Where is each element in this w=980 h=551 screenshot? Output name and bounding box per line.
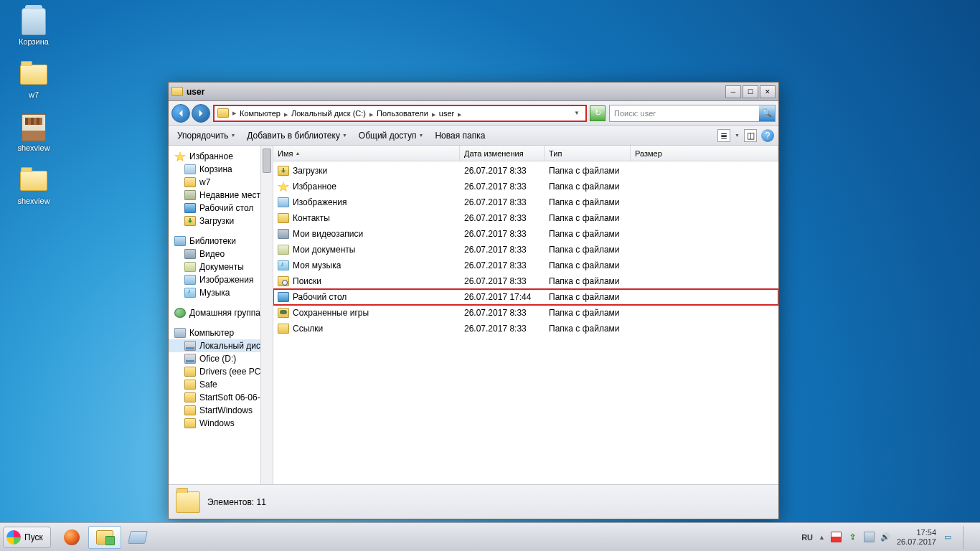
desktop-icon-shexview[interactable]: shexview: [9, 113, 59, 152]
nav-item[interactable]: Локальный диск (: [169, 339, 273, 352]
desktop-icon-label: Корзина: [19, 37, 49, 46]
close-button[interactable]: ✕: [760, 85, 776, 98]
nav-item[interactable]: Загрузки: [169, 215, 273, 227]
column-date[interactable]: Дата изменения: [460, 146, 545, 161]
address-bar[interactable]: ▶ Компьютер▶Локальный диск (C:)▶Пользова…: [213, 105, 587, 122]
nav-item[interactable]: StartSoft 06-06-: [169, 391, 273, 404]
bin-icon: [22, 8, 46, 35]
caret-icon[interactable]: ▶: [430, 112, 437, 117]
column-type[interactable]: Тип: [545, 146, 631, 161]
explorer-icon: [96, 530, 113, 545]
file-row[interactable]: Поиски 26.07.2017 8:33 Папка с файлами: [273, 273, 778, 289]
file-row[interactable]: Мои видеозаписи 26.07.2017 8:33 Папка с …: [273, 226, 778, 242]
breadcrumb[interactable]: Локальный диск (C:): [289, 109, 368, 118]
show-desktop-button[interactable]: [963, 526, 973, 549]
desktop-icon-folder-w7[interactable]: w7: [9, 60, 59, 99]
mus-icon: [184, 288, 196, 298]
minimize-button[interactable]: ─: [725, 85, 741, 98]
file-type: Папка с файлами: [545, 308, 631, 318]
start-button[interactable]: Пуск: [3, 527, 51, 548]
file-row[interactable]: Изображения 26.07.2017 8:33 Папка с файл…: [273, 194, 778, 210]
nav-group-homegroup[interactable]: Домашняя группа: [169, 306, 273, 319]
network-icon[interactable]: [864, 532, 875, 542]
sound-icon[interactable]: 🔊: [880, 532, 891, 542]
img-icon: [278, 197, 289, 207]
titlebar[interactable]: user ─ ☐ ✕: [169, 83, 778, 101]
back-button[interactable]: [171, 104, 190, 123]
file-row[interactable]: Ссылки 26.07.2017 8:33 Папка с файлами: [273, 321, 778, 336]
nav-item[interactable]: StartWindows: [169, 404, 273, 417]
desktop-icon-label: shexview: [17, 143, 50, 152]
clock[interactable]: 17:54 26.07.2017: [897, 528, 936, 547]
nav-group-favorites[interactable]: Избранное: [169, 150, 273, 163]
desktop-icon-folder-shexview[interactable]: shexview: [9, 166, 59, 205]
desktop-icon-recycle-bin[interactable]: Корзина: [9, 7, 59, 46]
column-size[interactable]: Размер: [631, 146, 778, 161]
forward-button[interactable]: [192, 104, 210, 123]
new-folder-button[interactable]: Новая папка: [430, 128, 489, 143]
tray-overflow-icon[interactable]: ▭: [942, 532, 953, 542]
switcher-icon: [128, 531, 148, 544]
fold-icon: [184, 405, 196, 415]
nav-item[interactable]: Drivers (eee PC: [169, 365, 273, 378]
arrange-button[interactable]: Упорядочить▼: [173, 128, 240, 143]
file-type: Папка с файлами: [545, 166, 631, 176]
refresh-button[interactable]: ↻: [590, 105, 606, 121]
bin-icon: [184, 164, 196, 174]
nav-item[interactable]: Safe: [169, 378, 273, 391]
maximize-button[interactable]: ☐: [743, 85, 758, 98]
nav-group-computer[interactable]: Компьютер: [169, 326, 273, 339]
tray-expand-icon[interactable]: ▲: [819, 534, 825, 541]
nav-group-libraries[interactable]: Библиотеки: [169, 235, 273, 248]
nav-item[interactable]: Рабочий стол: [169, 202, 273, 215]
desk-icon: [278, 292, 289, 302]
taskbar-explorer[interactable]: [88, 526, 121, 549]
nav-item[interactable]: Изображения: [169, 273, 273, 286]
safely-remove-icon[interactable]: ⇪: [847, 532, 858, 542]
breadcrumb[interactable]: Компьютер: [237, 109, 283, 118]
scrollbar-thumb[interactable]: [263, 149, 271, 173]
file-row[interactable]: Мои документы 26.07.2017 8:33 Папка с фа…: [273, 242, 778, 258]
search-box[interactable]: Поиск: user 🔍: [609, 105, 776, 122]
fold-icon: [184, 367, 196, 377]
file-type: Папка с файлами: [545, 213, 631, 223]
file-type: Папка с файлами: [545, 197, 631, 207]
nav-item[interactable]: Документы: [169, 260, 273, 273]
link-icon: [278, 324, 289, 334]
address-dropdown[interactable]: ▼: [570, 110, 584, 116]
nav-item[interactable]: Видео: [169, 248, 273, 260]
file-date: 26.07.2017 8:33: [460, 276, 545, 286]
file-row[interactable]: Загрузки 26.07.2017 8:33 Папка с файлами: [273, 163, 778, 179]
nav-item[interactable]: w7: [169, 176, 273, 189]
system-tray: RU ▲ ⇪ 🔊 17:54 26.07.2017 ▭: [801, 526, 977, 549]
nav-item[interactable]: Музыка: [169, 286, 273, 299]
breadcrumb[interactable]: user: [437, 109, 456, 118]
language-indicator[interactable]: RU: [801, 533, 813, 542]
share-button[interactable]: Общий доступ▼: [354, 128, 428, 143]
file-name: Поиски: [293, 276, 321, 286]
nav-item[interactable]: Недавние места: [169, 189, 273, 202]
file-row[interactable]: Избранное 26.07.2017 8:33 Папка с файлам…: [273, 179, 778, 194]
file-row[interactable]: Контакты 26.07.2017 8:33 Папка с файлами: [273, 210, 778, 226]
file-row[interactable]: Рабочий стол 26.07.2017 17:44 Папка с фа…: [273, 289, 778, 305]
action-center-icon[interactable]: [831, 532, 842, 542]
search-icon[interactable]: 🔍: [759, 105, 775, 121]
nav-item[interactable]: Ofice (D:): [169, 352, 273, 365]
column-name[interactable]: Имя▲: [273, 146, 460, 161]
taskbar-firefox[interactable]: [55, 526, 88, 549]
caret-icon[interactable]: ▶: [283, 112, 289, 117]
file-name: Моя музыка: [293, 260, 341, 270]
nav-item[interactable]: Windows: [169, 417, 273, 430]
add-to-library-button[interactable]: Добавить в библиотеку▼: [242, 128, 351, 143]
nav-item[interactable]: Корзина: [169, 163, 273, 176]
breadcrumb[interactable]: Пользователи: [374, 109, 430, 118]
file-row[interactable]: Сохраненные игры 26.07.2017 8:33 Папка с…: [273, 305, 778, 321]
view-button[interactable]: ≣: [717, 129, 730, 142]
caret-icon[interactable]: ▶: [456, 112, 463, 117]
preview-pane-button[interactable]: ◫: [744, 129, 757, 142]
file-row[interactable]: Моя музыка 26.07.2017 8:33 Папка с файла…: [273, 258, 778, 273]
help-button[interactable]: ?: [761, 129, 774, 142]
caret-icon[interactable]: ▶: [368, 112, 374, 117]
taskbar-switcher[interactable]: [121, 526, 154, 549]
file-date: 26.07.2017 8:33: [460, 308, 545, 318]
